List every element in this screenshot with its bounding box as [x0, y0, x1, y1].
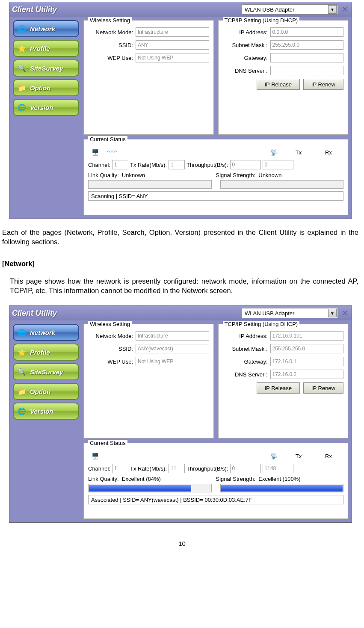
signal-strength-label: Signal Strength:: [216, 172, 256, 178]
ssid-field: ANY: [136, 40, 209, 50]
channel-label: Channel:: [88, 465, 110, 472]
star-icon: ⭐: [16, 43, 27, 54]
nav-network[interactable]: 🌐 Network: [13, 324, 79, 341]
nav-option-label: Option: [30, 84, 50, 92]
status-legend: Current Status: [88, 440, 127, 446]
channel-field: 1: [112, 160, 128, 169]
gateway-field: 172.16.0.1: [270, 357, 344, 366]
titlebar: Client Utility WLAN USB Adapter ▼ ✕: [9, 2, 352, 17]
ssid-label: SSID:: [88, 346, 133, 352]
ip-label: IP Address:: [223, 333, 268, 339]
doc-para-2: This page shows how the network is prese…: [10, 276, 358, 296]
txrate-label: Tx Rate(Mb/s):: [130, 162, 167, 168]
status-legend: Current Status: [88, 136, 127, 142]
wep-field: Not Using WEP: [136, 53, 209, 62]
signal-strength-value: Excellent (100%): [258, 476, 300, 482]
ssid-label: SSID:: [88, 42, 133, 48]
subnet-label: Subnet Mask :: [223, 42, 268, 48]
wireless-legend: Wireless Setting: [88, 321, 132, 327]
sidebar: 🌐 Network ⭐ Profile 🔍 SiteSurvey 📁 Optio…: [13, 20, 79, 215]
nav-sitesurvey[interactable]: 🔍 SiteSurvey: [13, 363, 79, 380]
nav-network[interactable]: 🌐 Network: [13, 20, 79, 37]
nav-version-label: Version: [30, 408, 53, 415]
dns-field: [270, 66, 344, 75]
star-icon: ⭐: [16, 347, 27, 358]
link-quality-label: Link Quality:: [88, 172, 119, 178]
ip-renew-button[interactable]: IP Renew: [303, 382, 343, 394]
globe-icon: 🌐: [16, 406, 27, 417]
nav-profile[interactable]: ⭐ Profile: [13, 344, 79, 361]
wireless-legend: Wireless Setting: [88, 17, 132, 24]
nav-version-label: Version: [30, 104, 53, 111]
nav-network-label: Network: [30, 25, 55, 33]
nav-sitesurvey-label: SiteSurvey: [30, 65, 63, 72]
section-heading: [Network]: [2, 260, 362, 268]
wireless-setting-panel: Wireless Setting Network Mode: Infrastru…: [83, 20, 214, 135]
link-quality-label: Link Quality:: [88, 476, 119, 482]
ip-release-button[interactable]: IP Release: [257, 382, 300, 394]
throughput-rx-field: 0: [263, 160, 293, 169]
globe-icon: 🌐: [16, 327, 27, 338]
monitor-icon: 🖥️: [88, 450, 102, 462]
adapter-dropdown[interactable]: WLAN USB Adapter ▼: [242, 4, 338, 15]
nav-version[interactable]: 🌐 Version: [13, 403, 79, 420]
nav-version[interactable]: 🌐 Version: [13, 99, 79, 116]
adapter-dropdown[interactable]: WLAN USB Adapter ▼: [242, 308, 338, 318]
chevron-down-icon: ▼: [328, 309, 337, 317]
ip-field: 172.16.0.101: [270, 331, 344, 341]
nav-profile-label: Profile: [30, 349, 50, 356]
signal-strength-bar: [220, 484, 344, 492]
close-icon[interactable]: ✕: [340, 309, 349, 317]
app-title: Client Utility: [12, 309, 57, 318]
titlebar: Client Utility WLAN USB Adapter ▼ ✕: [9, 306, 352, 320]
current-status-panel: Current Status 🖥️ 📡 Tx Rx Channel: 1 Tx …: [83, 443, 348, 519]
globe-icon: 🌐: [16, 102, 27, 113]
nav-sitesurvey[interactable]: 🔍 SiteSurvey: [13, 59, 79, 77]
status-bar: Associated | SSID= ANY(wavecast) | BSSID…: [88, 495, 343, 504]
rx-label: Rx: [314, 453, 343, 459]
subnet-field: 255.255.255.0: [270, 344, 344, 353]
nav-option[interactable]: 📁 Option: [13, 383, 79, 400]
doc-para-1: Each of the pages (Network, Profile, Sea…: [2, 228, 358, 247]
chevron-down-icon: ▼: [328, 5, 337, 14]
ssid-field: ANY(wavecast): [136, 344, 209, 353]
wireless-setting-panel: Wireless Setting Network Mode: Infrastru…: [83, 324, 214, 438]
current-status-panel: Current Status 🖥️ 〰 📡 Tx Rx Channel: 1 T…: [83, 139, 348, 215]
gateway-field: [270, 53, 344, 62]
antenna-icon: 📡: [266, 450, 280, 462]
ip-release-button[interactable]: IP Release: [257, 79, 300, 90]
ip-field: 0.0.0.0: [270, 27, 344, 37]
dns-field: 172.16.0.2: [270, 370, 344, 379]
search-icon: 🔍: [16, 366, 27, 377]
network-mode-field: Infrastructure: [136, 331, 209, 341]
gear-icon: 📁: [16, 82, 27, 93]
txrate-field: 1: [169, 160, 185, 169]
sidebar: 🌐 Network ⭐ Profile 🔍 SiteSurvey 📁 Optio…: [13, 324, 79, 519]
globe-icon: 🌐: [16, 23, 27, 34]
adapter-value: WLAN USB Adapter: [245, 310, 294, 317]
wep-label: WEP Use:: [88, 55, 133, 61]
tx-label: Tx: [284, 453, 314, 459]
tcpip-legend: TCP/IP Setting (Using DHCP): [223, 17, 300, 24]
signal-waves-icon: 〰: [105, 146, 119, 158]
close-icon[interactable]: ✕: [340, 5, 349, 14]
nav-option[interactable]: 📁 Option: [13, 79, 79, 96]
page-number: 10: [2, 540, 362, 551]
network-mode-label: Network Mode:: [88, 29, 133, 36]
ip-renew-button[interactable]: IP Renew: [303, 79, 343, 90]
wep-field: Not Using WEP: [136, 357, 209, 366]
search-icon: 🔍: [16, 62, 27, 74]
rx-label: Rx: [314, 149, 343, 156]
subnet-field: 255.255.0.0: [270, 40, 344, 50]
nav-profile[interactable]: ⭐ Profile: [13, 40, 79, 57]
throughput-tx-field: 0: [230, 160, 261, 169]
monitor-icon: 🖥️: [88, 146, 102, 158]
link-quality-value: Unknown: [122, 172, 145, 178]
nav-option-label: Option: [30, 388, 50, 395]
tx-label: Tx: [284, 149, 314, 156]
signal-strength-value: Unknown: [258, 172, 281, 178]
throughput-tx-field: 0: [230, 464, 261, 473]
ip-label: IP Address:: [223, 29, 268, 36]
channel-field: 1: [112, 464, 128, 473]
link-quality-value: Excellent (84%): [122, 476, 161, 482]
